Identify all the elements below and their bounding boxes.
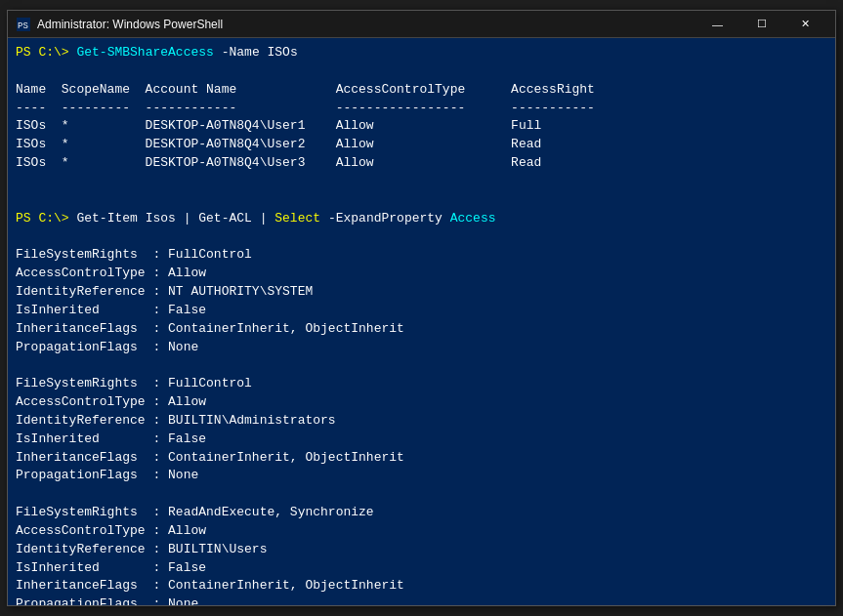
acl-entry: FileSystemRights : ReadAndExecute, Synch… <box>16 504 827 522</box>
acl-entry: PropagationFlags : None <box>16 595 827 605</box>
window-title: Administrator: Windows PowerShell <box>37 18 695 31</box>
acl-entry: FileSystemRights : FullControl <box>16 246 827 265</box>
command-line-1: PS C:\> Get-SMBShareAccess -Name ISOs <box>16 44 827 62</box>
acl-entry: AccessControlType : Allow <box>16 522 827 541</box>
acl-entry: InheritanceFlags : ContainerInherit, Obj… <box>16 577 827 595</box>
acl-entry: IdentityReference : NT AUTHORITY\SYSTEM <box>16 283 827 302</box>
console-output[interactable]: PS C:\> Get-SMBShareAccess -Name ISOs Na… <box>8 38 835 605</box>
svg-text:PS: PS <box>18 21 28 31</box>
command-line-2: PS C:\> Get-Item Isos | Get-ACL | Select… <box>16 210 827 228</box>
table-row: ISOs * DESKTOP-A0TN8Q4\User2 Allow Read <box>16 136 827 154</box>
blank-line <box>16 356 827 375</box>
blank-line <box>16 227 827 246</box>
acl-entry: IsInherited : False <box>16 431 827 449</box>
app-icon: PS <box>16 17 31 32</box>
acl-entry: InheritanceFlags : ContainerInherit, Obj… <box>16 449 827 468</box>
powershell-window: PS Administrator: Windows PowerShell — ☐… <box>7 10 836 606</box>
table-header: Name ScopeName Account Name AccessContro… <box>16 81 827 100</box>
blank-line <box>16 191 827 210</box>
titlebar: PS Administrator: Windows PowerShell — ☐… <box>8 11 835 38</box>
acl-entry: AccessControlType : Allow <box>16 265 827 283</box>
table-row: ISOs * DESKTOP-A0TN8Q4\User1 Allow Full <box>16 117 827 136</box>
table-row: ISOs * DESKTOP-A0TN8Q4\User3 Allow Read <box>16 154 827 173</box>
acl-entry: IsInherited : False <box>16 559 827 578</box>
blank-line <box>16 62 827 81</box>
close-button[interactable]: ✕ <box>783 11 827 38</box>
acl-entry: InheritanceFlags : ContainerInherit, Obj… <box>16 320 827 339</box>
acl-entry: IdentityReference : BUILTIN\Users <box>16 541 827 559</box>
table-separator: ---- --------- ------------ ------------… <box>16 100 827 118</box>
minimize-button[interactable]: — <box>695 11 739 38</box>
blank-line <box>16 173 827 191</box>
acl-entry: PropagationFlags : None <box>16 467 827 485</box>
window-controls: — ☐ ✕ <box>695 11 827 38</box>
blank-line <box>16 485 827 504</box>
acl-entry: IdentityReference : BUILTIN\Administrato… <box>16 412 827 431</box>
acl-entry: FileSystemRights : FullControl <box>16 375 827 393</box>
acl-entry: IsInherited : False <box>16 302 827 320</box>
acl-entry: AccessControlType : Allow <box>16 393 827 412</box>
acl-entry: PropagationFlags : None <box>16 339 827 357</box>
maximize-button[interactable]: ☐ <box>739 11 783 38</box>
